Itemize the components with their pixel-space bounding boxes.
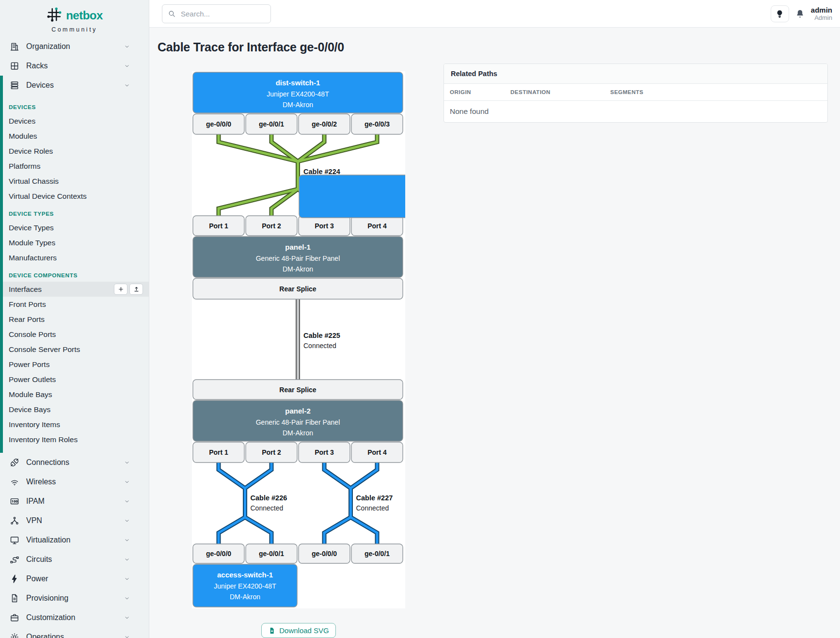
sidebar-devices-group: Devices DEVICESDevicesModulesDevice Role… (0, 76, 149, 453)
related-paths-empty: None found (444, 101, 827, 123)
sidebar-item-interfaces[interactable]: Interfaces (3, 282, 149, 297)
brand[interactable]: netbox Community (0, 0, 149, 37)
svg-text:ge-0/0/1: ge-0/0/1 (259, 550, 284, 558)
ipam-icon (10, 496, 19, 506)
svg-text:Generic 48-Pair Fiber Panel: Generic 48-Pair Fiber Panel (256, 255, 340, 262)
svg-text:Connected: Connected (356, 504, 389, 512)
page-title: Cable Trace for Interface ge-0/0/0 (149, 28, 840, 54)
virtualization-icon (10, 535, 19, 545)
sidebar-item-power-outlets[interactable]: Power Outlets (3, 372, 149, 387)
svg-text:Cable #227: Cable #227 (356, 494, 393, 502)
chevron-down-icon (124, 478, 130, 485)
trace-device-access-switch-2[interactable] (299, 175, 405, 218)
sidebar-item-virtual-device-contexts[interactable]: Virtual Device Contexts (3, 189, 149, 204)
sidebar-item-device-bays[interactable]: Device Bays (3, 402, 149, 417)
sidebar-item-platforms[interactable]: Platforms (3, 159, 149, 174)
column-header-segments: SEGMENTS (604, 84, 827, 101)
wireless-icon (10, 477, 19, 487)
svg-text:DM-Akron: DM-Akron (283, 101, 313, 109)
related-paths-title: Related Paths (444, 64, 827, 84)
chevron-down-icon (124, 537, 130, 543)
sidebar-item-label: Front Ports (9, 300, 46, 308)
sidebar-item-devices[interactable]: Devices (3, 113, 149, 128)
sidebar-item-ipam[interactable]: IPAM (0, 492, 149, 511)
svg-text:ge-0/0/0: ge-0/0/0 (312, 550, 337, 558)
sidebar-item-label: Module Types (9, 239, 55, 247)
content: Cable Trace for Interface ge-0/0/0 dist-… (149, 28, 840, 638)
file-download-icon (268, 627, 276, 635)
user-role: Admin (811, 14, 832, 22)
lightbulb-icon (775, 9, 784, 18)
sidebar-item-devices[interactable]: Devices (3, 76, 149, 95)
sidebar-item-front-ports[interactable]: Front Ports (3, 297, 149, 312)
sidebar-nav-bottom: ConnectionsWirelessIPAMVPNVirtualization… (0, 453, 149, 638)
download-svg-button[interactable]: Download SVG (261, 623, 336, 638)
sidebar-item-device-roles[interactable]: Device Roles (3, 144, 149, 159)
building-icon (10, 42, 19, 51)
power-icon (10, 574, 19, 584)
sidebar-item-vpn[interactable]: VPN (0, 511, 149, 530)
sidebar-nav-top: OrganizationRacks (0, 37, 149, 76)
sidebar-item-inventory-items[interactable]: Inventory Items (3, 417, 149, 432)
svg-text:Port 3: Port 3 (315, 448, 334, 456)
sidebar-item-virtual-chassis[interactable]: Virtual Chassis (3, 174, 149, 189)
sidebar-item-power[interactable]: Power (0, 569, 149, 589)
sidebar-item-label: IPAM (26, 497, 45, 506)
notifications-button[interactable] (795, 9, 805, 19)
sidebar-item-console-server-ports[interactable]: Console Server Ports (3, 342, 149, 357)
sidebar-item-module-types[interactable]: Module Types (3, 235, 149, 250)
svg-text:ge-0/0/3: ge-0/0/3 (365, 120, 390, 128)
connections-icon (10, 458, 19, 467)
interfaces-add-button[interactable] (114, 284, 127, 295)
sidebar-item-modules[interactable]: Modules (3, 128, 149, 144)
svg-text:Juniper EX4200-48T: Juniper EX4200-48T (267, 90, 329, 98)
search-input[interactable] (181, 10, 263, 18)
sidebar-item-virtualization[interactable]: Virtualization (0, 530, 149, 550)
column-header-destination: DESTINATION (505, 84, 604, 101)
sidebar-item-rear-ports[interactable]: Rear Ports (3, 312, 149, 327)
sidebar-section-header: DEVICE TYPES (3, 208, 149, 220)
sidebar-item-label: Module Bays (9, 390, 52, 399)
theme-toggle-button[interactable] (771, 5, 789, 22)
brand-subtitle: Community (0, 26, 149, 33)
sidebar-item-label: Wireless (26, 478, 56, 486)
bell-icon (795, 9, 805, 19)
chevron-down-icon (124, 634, 130, 638)
svg-text:ge-0/0/2: ge-0/0/2 (312, 120, 337, 128)
netbox-logo-icon (46, 6, 63, 25)
svg-text:Juniper EX4200-48T: Juniper EX4200-48T (214, 582, 276, 590)
sidebar-item-customization[interactable]: Customization (0, 608, 149, 627)
rack-icon (10, 61, 19, 71)
sidebar-item-circuits[interactable]: Circuits (0, 550, 149, 569)
sidebar-item-label: Power (26, 574, 48, 583)
search-icon (168, 10, 176, 18)
sidebar-item-wireless[interactable]: Wireless (0, 472, 149, 492)
sidebar-item-provisioning[interactable]: Provisioning (0, 589, 149, 608)
operations-icon (10, 632, 19, 638)
svg-text:dist-switch-1: dist-switch-1 (276, 79, 320, 87)
sidebar-item-device-types[interactable]: Device Types (3, 220, 149, 235)
sidebar-item-label: Platforms (9, 162, 40, 170)
sidebar-item-racks[interactable]: Racks (0, 56, 149, 76)
sidebar-item-label: Provisioning (26, 594, 68, 603)
sidebar-item-connections[interactable]: Connections (0, 453, 149, 472)
sidebar-item-console-ports[interactable]: Console Ports (3, 327, 149, 342)
chevron-down-icon (124, 43, 130, 50)
sidebar-item-manufacturers[interactable]: Manufacturers (3, 250, 149, 265)
cable-trace-diagram: dist-switch-1Juniper EX4200-48TDM-Akrong… (192, 71, 405, 638)
sidebar-item-label: Device Types (9, 223, 54, 232)
user-menu[interactable]: admin Admin (811, 6, 832, 22)
sidebar-item-label: Interfaces (9, 285, 42, 293)
sidebar-item-inventory-item-roles[interactable]: Inventory Item Roles (3, 432, 149, 447)
svg-text:Port 1: Port 1 (209, 222, 228, 230)
circuits-icon (10, 555, 19, 564)
sidebar-item-label: Organization (26, 42, 70, 51)
svg-text:Port 2: Port 2 (262, 222, 281, 230)
sidebar-item-module-bays[interactable]: Module Bays (3, 387, 149, 402)
sidebar-item-organization[interactable]: Organization (0, 37, 149, 56)
sidebar-item-operations[interactable]: Operations (0, 627, 149, 638)
interfaces-import-button[interactable] (129, 284, 143, 295)
svg-text:Connected: Connected (251, 504, 284, 512)
sidebar-section-header: DEVICE COMPONENTS (3, 270, 149, 282)
sidebar-item-power-ports[interactable]: Power Ports (3, 357, 149, 372)
